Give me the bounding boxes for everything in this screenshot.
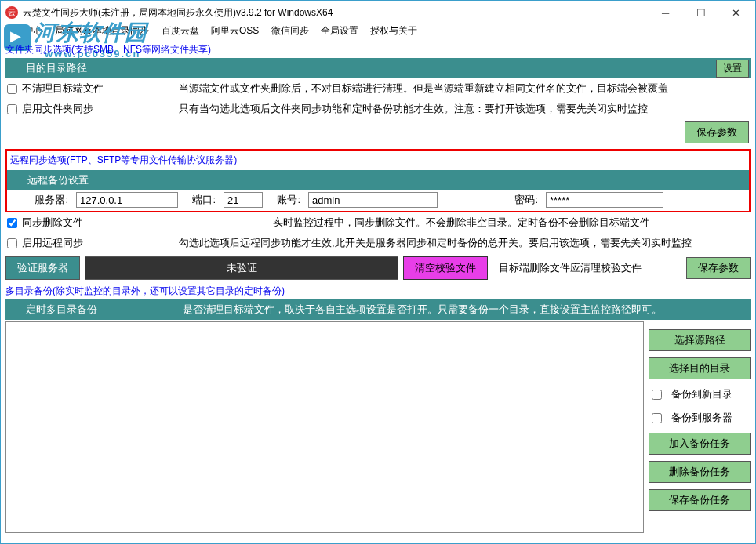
dest-path-title: 目的目录路径 bbox=[26, 61, 87, 75]
menu-about[interactable]: 授权与关于 bbox=[370, 25, 417, 36]
backup-task-list[interactable] bbox=[5, 321, 644, 533]
port-label: 端口: bbox=[181, 193, 220, 207]
enable-remote-sync-label: 启用远程同步 bbox=[22, 236, 179, 250]
backup-new-dir-label: 备份到新目录 bbox=[671, 387, 732, 401]
no-clean-target-desc: 当源端文件或文件夹删除后，不对目标端进行清理。但是当源端重新建立相同文件名的文件… bbox=[179, 82, 749, 96]
enable-folder-sync-desc: 只有当勾选此选项后文件夹同步功能和定时备份功能才生效。注意：要打开该选项，需要先… bbox=[179, 102, 749, 116]
save-params-button-2[interactable]: 保存参数 bbox=[686, 257, 751, 279]
remote-sync-highlight: 远程同步选项(FTP、SFTP等专用文件传输协议服务器) 远程备份设置 服务器:… bbox=[5, 149, 751, 212]
menu-aliyun[interactable]: 阿里云OSS bbox=[211, 25, 259, 36]
app-icon: 云 bbox=[5, 6, 18, 19]
verify-server-button[interactable]: 验证服务器 bbox=[5, 256, 80, 280]
minimize-button[interactable]: ─ bbox=[648, 2, 683, 24]
backup-server-label: 备份到服务器 bbox=[671, 411, 732, 425]
multi-dir-title: 定时多目录备份 bbox=[26, 303, 183, 317]
choose-dest-button[interactable]: 选择目的目录 bbox=[649, 357, 751, 379]
multi-dir-backup-link[interactable]: 多目录备份(除实时监控的目录外，还可以设置其它目录的定时备份) bbox=[5, 285, 751, 298]
multi-dir-header: 定时多目录备份 是否清理目标端文件，取决于各自主选项设置是否打开。只需要备份一个… bbox=[5, 299, 751, 320]
enable-folder-sync-checkbox[interactable] bbox=[7, 104, 17, 114]
password-input[interactable] bbox=[546, 192, 663, 208]
save-params-button-1[interactable]: 保存参数 bbox=[685, 121, 749, 143]
menu-lan-sync[interactable]: 局域网及本地目录同步 bbox=[55, 25, 149, 36]
menubar: 监控中心 局域网及本地目录同步 百度云盘 阿里云OSS 微信同步 全局设置 授权… bbox=[1, 24, 755, 40]
backup-new-dir-checkbox[interactable] bbox=[652, 390, 662, 400]
sync-delete-checkbox[interactable] bbox=[7, 218, 17, 228]
server-input[interactable] bbox=[76, 192, 178, 208]
remote-backup-header: 远程备份设置 bbox=[7, 170, 749, 190]
dest-path-header: 目的目录路径 设置 bbox=[5, 58, 751, 78]
window-title: 云楚文件同步大师(未注册，局网本地同步永久使用)v3.9.2 for Windo… bbox=[23, 6, 648, 20]
maximize-button[interactable]: ☐ bbox=[683, 2, 718, 24]
menu-wechat[interactable]: 微信同步 bbox=[271, 25, 309, 36]
choose-source-button[interactable]: 选择源路径 bbox=[649, 329, 751, 351]
backup-server-checkbox[interactable] bbox=[652, 413, 662, 423]
close-button[interactable]: ✕ bbox=[718, 2, 754, 24]
menu-baidu[interactable]: 百度云盘 bbox=[162, 25, 199, 36]
add-task-button[interactable]: 加入备份任务 bbox=[649, 433, 751, 455]
enable-remote-sync-checkbox[interactable] bbox=[7, 238, 17, 248]
menu-monitor[interactable]: 监控中心 bbox=[5, 25, 43, 36]
enable-folder-sync-label: 启用文件夹同步 bbox=[22, 102, 179, 116]
enable-remote-sync-desc: 勾选此选项后远程同步功能才生效,此开关是服务器同步和定时备份的总开关。要启用该选… bbox=[179, 236, 749, 250]
remote-backup-title: 远程备份设置 bbox=[27, 173, 89, 187]
remote-sync-options-link[interactable]: 远程同步选项(FTP、SFTP等专用文件传输协议服务器) bbox=[7, 152, 749, 169]
multi-dir-desc: 是否清理目标端文件，取决于各自主选项设置是否打开。只需要备份一个目录，直接设置主… bbox=[183, 303, 662, 317]
sync-delete-label: 同步删除文件 bbox=[22, 216, 273, 230]
save-task-button[interactable]: 保存备份任务 bbox=[649, 489, 751, 511]
port-input[interactable] bbox=[224, 192, 263, 208]
account-label: 账号: bbox=[266, 193, 305, 207]
set-dest-button[interactable]: 设置 bbox=[716, 60, 749, 78]
account-input[interactable] bbox=[308, 192, 438, 208]
menu-global[interactable]: 全局设置 bbox=[321, 25, 358, 36]
folder-sync-options-link[interactable]: 文件夹同步选项(支持SMB、NFS等网络文件共享) bbox=[5, 43, 751, 56]
server-label: 服务器: bbox=[10, 193, 73, 207]
sync-delete-desc: 实时监控过程中，同步删除文件。不会删除非空目录。定时备份不会删除目标端文件 bbox=[273, 216, 749, 230]
no-clean-target-checkbox[interactable] bbox=[7, 84, 17, 94]
verify-note: 目标端删除文件应清理校验文件 bbox=[492, 261, 681, 275]
clear-verify-button[interactable]: 清空校验文件 bbox=[403, 256, 488, 280]
verify-status: 未验证 bbox=[85, 256, 398, 280]
delete-task-button[interactable]: 删除备份任务 bbox=[649, 461, 751, 483]
no-clean-target-label: 不清理目标端文件 bbox=[22, 82, 179, 96]
password-label: 密码: bbox=[503, 193, 543, 207]
